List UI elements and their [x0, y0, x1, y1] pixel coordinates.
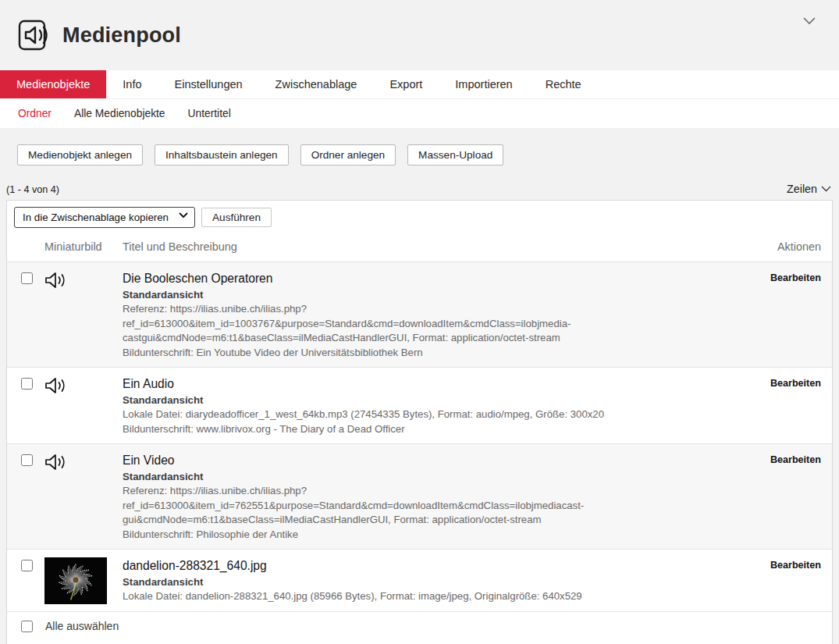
table-header-row: Miniaturbild Titel und Beschreibung Akti… — [7, 234, 832, 262]
chevron-down-icon[interactable] — [803, 17, 816, 25]
subtab-untertitel[interactable]: Untertitel — [188, 108, 231, 119]
table-row: Ein Audio Standardansicht Lokale Datei: … — [7, 367, 832, 443]
create-folder-button[interactable]: Ordner anlegen — [300, 144, 396, 165]
column-header-actions: Aktionen — [745, 240, 832, 253]
item-caption: Bildunterschrift: Philosophie der Antike — [123, 528, 731, 543]
bulk-action-row-top: In die Zwischenablage kopieren Ausführen — [7, 201, 832, 234]
item-title: Ein Video — [123, 452, 731, 468]
item-caption: Bildunterschrift: www.librivox.org - The… — [123, 422, 731, 437]
tab-bar: Medienobjekte Info Einstellungen Zwische… — [0, 70, 839, 99]
bulk-action-select[interactable]: In die Zwischenablage kopieren — [14, 207, 195, 228]
tab-rechte[interactable]: Rechte — [529, 70, 598, 98]
edit-link[interactable]: Bearbeiten — [770, 560, 821, 571]
tab-info[interactable]: Info — [106, 70, 158, 98]
table-row: dandelion-288321_640.jpg Standardansicht… — [7, 549, 832, 611]
item-caption: Bildunterschrift: Ein Youtube Video der … — [123, 346, 731, 361]
item-view-label: Standardansicht — [123, 469, 731, 484]
table-row: Ein Video Standardansicht Referenz: http… — [7, 443, 832, 549]
pagination-row: (1 - 4 von 4) Zeilen — [6, 183, 831, 195]
subtab-ordner[interactable]: Ordner — [18, 108, 52, 119]
item-title: Ein Audio — [123, 375, 731, 392]
item-view-label: Standardansicht — [123, 287, 731, 302]
pagination-info-top: (1 - 4 von 4) — [6, 184, 59, 195]
tab-export[interactable]: Export — [373, 70, 439, 98]
item-local-file: Lokale Datei: diarydeadofficer_1_west_64… — [123, 407, 731, 422]
select-all-row: Alle auswählen — [7, 611, 832, 639]
bulk-action-row-bottom: In die Zwischenablage kopieren Ausführen — [7, 639, 832, 644]
item-reference: Referenz: https://ilias.unibe.ch/ilias.p… — [123, 302, 731, 346]
tab-zwischenablage[interactable]: Zwischenablage — [259, 70, 374, 98]
item-view-label: Standardansicht — [123, 575, 731, 589]
subtab-alle-medienobjekte[interactable]: Alle Medienobjekte — [74, 108, 165, 119]
item-title: Die Booleschen Operatoren — [123, 270, 731, 286]
select-all-label: Alle auswählen — [45, 620, 119, 632]
item-title: dandelion-288321_640.jpg — [123, 557, 731, 574]
column-header-thumbnail: Miniaturbild — [44, 240, 123, 253]
item-local-file: Lokale Datei: dandelion-288321_640.jpg (… — [123, 589, 731, 604]
row-checkbox[interactable] — [21, 272, 33, 284]
subtab-bar: Ordner Alle Medienobjekte Untertitel — [0, 99, 839, 128]
create-content-snippet-button[interactable]: Inhaltsbaustein anlegen — [155, 144, 289, 165]
row-checkbox[interactable] — [21, 560, 33, 571]
rows-label: Zeilen — [787, 183, 817, 195]
page-header: Medienpool — [0, 0, 839, 59]
chevron-down-icon — [821, 186, 831, 192]
toolbar: Medienobjekt anlegen Inhaltsbaustein anl… — [17, 144, 839, 165]
create-media-object-button[interactable]: Medienobjekt anlegen — [17, 144, 143, 165]
dandelion-thumbnail — [44, 557, 107, 604]
execute-button[interactable]: Ausführen — [201, 208, 272, 227]
media-objects-table: In die Zwischenablage kopieren Ausführen… — [6, 200, 833, 644]
select-all-checkbox[interactable] — [21, 621, 33, 632]
edit-link[interactable]: Bearbeiten — [770, 272, 821, 283]
tab-einstellungen[interactable]: Einstellungen — [158, 70, 259, 98]
tab-importieren[interactable]: Importieren — [439, 70, 528, 98]
edit-link[interactable]: Bearbeiten — [770, 454, 821, 465]
row-checkbox[interactable] — [21, 378, 33, 390]
page-title: Medienpool — [62, 23, 181, 48]
bulk-upload-button[interactable]: Massen-Upload — [407, 144, 503, 165]
edit-link[interactable]: Bearbeiten — [770, 378, 821, 389]
item-reference: Referenz: https://ilias.unibe.ch/ilias.p… — [123, 484, 731, 528]
speaker-icon — [44, 453, 66, 471]
row-checkbox[interactable] — [21, 454, 33, 466]
tab-medienobjekte[interactable]: Medienobjekte — [0, 70, 106, 98]
speaker-icon — [44, 376, 66, 395]
table-row: Die Booleschen Operatoren Standardansich… — [7, 262, 832, 367]
column-header-title: Titel und Beschreibung — [123, 240, 745, 253]
speaker-icon — [44, 271, 66, 290]
item-view-label: Standardansicht — [123, 393, 731, 407]
rows-dropdown[interactable]: Zeilen — [787, 183, 831, 195]
mediapool-speaker-icon — [17, 17, 53, 53]
